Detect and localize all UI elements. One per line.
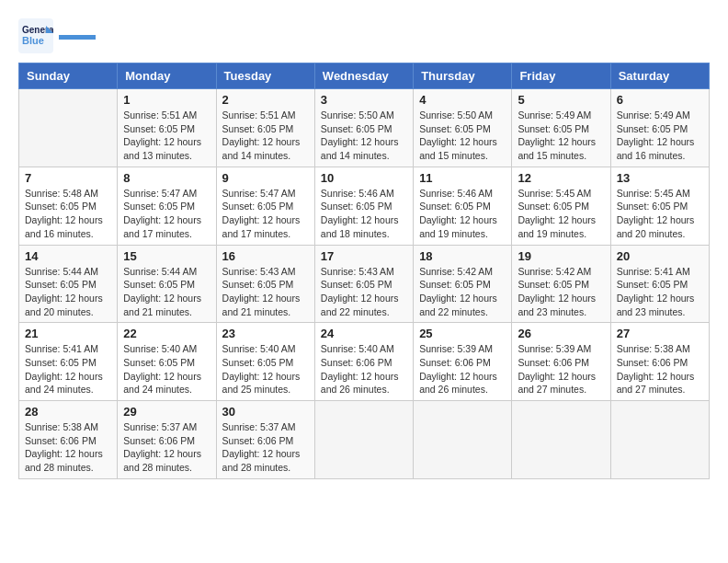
calendar-table: SundayMondayTuesdayWednesdayThursdayFrid… xyxy=(18,63,710,479)
day-number: 16 xyxy=(222,249,309,263)
calendar-header-tuesday: Tuesday xyxy=(216,63,314,89)
calendar-cell xyxy=(414,401,512,479)
day-info: Sunrise: 5:40 AMSunset: 6:06 PMDaylight:… xyxy=(321,342,407,396)
calendar-cell: 1Sunrise: 5:51 AMSunset: 6:05 PMDaylight… xyxy=(118,89,216,167)
day-number: 9 xyxy=(222,171,309,185)
logo-text-block xyxy=(59,33,96,40)
day-number: 3 xyxy=(321,93,407,107)
day-info: Sunrise: 5:49 AMSunset: 6:05 PMDaylight:… xyxy=(518,109,604,163)
logo-blue-bar xyxy=(59,35,96,40)
day-info: Sunrise: 5:41 AMSunset: 6:05 PMDaylight:… xyxy=(25,342,111,396)
day-number: 11 xyxy=(419,171,506,185)
calendar-cell: 11Sunrise: 5:46 AMSunset: 6:05 PMDayligh… xyxy=(414,167,512,245)
calendar-header-row: SundayMondayTuesdayWednesdayThursdayFrid… xyxy=(19,63,710,89)
calendar-week-5: 28Sunrise: 5:38 AMSunset: 6:06 PMDayligh… xyxy=(19,401,710,479)
calendar-cell: 25Sunrise: 5:39 AMSunset: 6:06 PMDayligh… xyxy=(414,323,512,401)
day-info: Sunrise: 5:40 AMSunset: 6:05 PMDaylight:… xyxy=(123,342,210,396)
day-number: 5 xyxy=(518,93,604,107)
calendar-cell: 13Sunrise: 5:45 AMSunset: 6:05 PMDayligh… xyxy=(610,167,709,245)
day-info: Sunrise: 5:37 AMSunset: 6:06 PMDaylight:… xyxy=(123,420,210,475)
day-number: 15 xyxy=(123,249,210,263)
calendar-cell: 8Sunrise: 5:47 AMSunset: 6:05 PMDaylight… xyxy=(118,167,216,245)
calendar-header-sunday: Sunday xyxy=(19,63,118,89)
day-number: 2 xyxy=(222,93,309,107)
calendar-week-3: 14Sunrise: 5:44 AMSunset: 6:05 PMDayligh… xyxy=(19,245,710,323)
day-info: Sunrise: 5:46 AMSunset: 6:05 PMDaylight:… xyxy=(321,187,407,241)
day-info: Sunrise: 5:44 AMSunset: 6:05 PMDaylight:… xyxy=(123,265,210,319)
day-info: Sunrise: 5:47 AMSunset: 6:05 PMDaylight:… xyxy=(123,187,210,241)
day-info: Sunrise: 5:50 AMSunset: 6:05 PMDaylight:… xyxy=(321,109,407,163)
calendar-header-wednesday: Wednesday xyxy=(314,63,413,89)
day-number: 30 xyxy=(222,405,309,419)
day-info: Sunrise: 5:43 AMSunset: 6:05 PMDaylight:… xyxy=(222,265,309,319)
calendar-cell: 4Sunrise: 5:50 AMSunset: 6:05 PMDaylight… xyxy=(414,89,512,167)
calendar-cell: 30Sunrise: 5:37 AMSunset: 6:06 PMDayligh… xyxy=(216,401,314,479)
day-number: 17 xyxy=(321,249,407,263)
calendar-cell: 26Sunrise: 5:39 AMSunset: 6:06 PMDayligh… xyxy=(512,323,610,401)
calendar-week-4: 21Sunrise: 5:41 AMSunset: 6:05 PMDayligh… xyxy=(19,323,710,401)
page-header: General Blue xyxy=(18,18,710,53)
day-number: 19 xyxy=(518,249,604,263)
day-info: Sunrise: 5:37 AMSunset: 6:06 PMDaylight:… xyxy=(222,420,309,475)
day-info: Sunrise: 5:41 AMSunset: 6:05 PMDaylight:… xyxy=(617,265,703,319)
day-info: Sunrise: 5:45 AMSunset: 6:05 PMDaylight:… xyxy=(617,187,703,241)
day-info: Sunrise: 5:47 AMSunset: 6:05 PMDaylight:… xyxy=(222,187,309,241)
day-info: Sunrise: 5:46 AMSunset: 6:05 PMDaylight:… xyxy=(419,187,506,241)
day-number: 6 xyxy=(617,93,703,107)
day-number: 20 xyxy=(617,249,703,263)
day-info: Sunrise: 5:44 AMSunset: 6:05 PMDaylight:… xyxy=(25,265,111,319)
calendar-cell: 12Sunrise: 5:45 AMSunset: 6:05 PMDayligh… xyxy=(512,167,610,245)
day-number: 28 xyxy=(25,405,111,419)
calendar-cell: 15Sunrise: 5:44 AMSunset: 6:05 PMDayligh… xyxy=(118,245,216,323)
day-info: Sunrise: 5:38 AMSunset: 6:06 PMDaylight:… xyxy=(25,420,111,475)
day-info: Sunrise: 5:42 AMSunset: 6:05 PMDaylight:… xyxy=(518,265,604,319)
calendar-cell: 18Sunrise: 5:42 AMSunset: 6:05 PMDayligh… xyxy=(414,245,512,323)
day-number: 10 xyxy=(321,171,407,185)
calendar-cell: 21Sunrise: 5:41 AMSunset: 6:05 PMDayligh… xyxy=(19,323,118,401)
calendar-cell: 28Sunrise: 5:38 AMSunset: 6:06 PMDayligh… xyxy=(19,401,118,479)
day-number: 22 xyxy=(123,327,210,340)
calendar-cell: 20Sunrise: 5:41 AMSunset: 6:05 PMDayligh… xyxy=(610,245,709,323)
day-info: Sunrise: 5:43 AMSunset: 6:05 PMDaylight:… xyxy=(321,265,407,319)
calendar-cell: 3Sunrise: 5:50 AMSunset: 6:05 PMDaylight… xyxy=(314,89,413,167)
day-info: Sunrise: 5:51 AMSunset: 6:05 PMDaylight:… xyxy=(123,109,210,163)
logo-icon: General Blue xyxy=(18,18,53,53)
svg-text:Blue: Blue xyxy=(22,35,44,46)
logo: General Blue xyxy=(18,18,96,53)
day-info: Sunrise: 5:42 AMSunset: 6:05 PMDaylight:… xyxy=(419,265,506,319)
day-info: Sunrise: 5:50 AMSunset: 6:05 PMDaylight:… xyxy=(419,109,506,163)
day-info: Sunrise: 5:39 AMSunset: 6:06 PMDaylight:… xyxy=(419,342,506,396)
calendar-cell xyxy=(314,401,413,479)
day-number: 24 xyxy=(321,327,407,340)
calendar-cell xyxy=(610,401,709,479)
day-number: 25 xyxy=(419,327,506,340)
day-info: Sunrise: 5:49 AMSunset: 6:05 PMDaylight:… xyxy=(617,109,703,163)
day-number: 1 xyxy=(123,93,210,107)
calendar-cell: 27Sunrise: 5:38 AMSunset: 6:06 PMDayligh… xyxy=(610,323,709,401)
calendar-cell: 22Sunrise: 5:40 AMSunset: 6:05 PMDayligh… xyxy=(118,323,216,401)
day-number: 12 xyxy=(518,171,604,185)
calendar-cell: 2Sunrise: 5:51 AMSunset: 6:05 PMDaylight… xyxy=(216,89,314,167)
calendar-header-saturday: Saturday xyxy=(610,63,709,89)
calendar-cell xyxy=(19,89,118,167)
day-number: 23 xyxy=(222,327,309,340)
day-info: Sunrise: 5:38 AMSunset: 6:06 PMDaylight:… xyxy=(617,342,703,396)
day-info: Sunrise: 5:45 AMSunset: 6:05 PMDaylight:… xyxy=(518,187,604,241)
calendar-cell: 7Sunrise: 5:48 AMSunset: 6:05 PMDaylight… xyxy=(19,167,118,245)
calendar-cell: 23Sunrise: 5:40 AMSunset: 6:05 PMDayligh… xyxy=(216,323,314,401)
calendar-header-friday: Friday xyxy=(512,63,610,89)
calendar-cell: 24Sunrise: 5:40 AMSunset: 6:06 PMDayligh… xyxy=(314,323,413,401)
day-number: 18 xyxy=(419,249,506,263)
day-number: 13 xyxy=(617,171,703,185)
calendar-cell: 17Sunrise: 5:43 AMSunset: 6:05 PMDayligh… xyxy=(314,245,413,323)
day-info: Sunrise: 5:39 AMSunset: 6:06 PMDaylight:… xyxy=(518,342,604,396)
day-number: 21 xyxy=(25,327,111,340)
day-number: 27 xyxy=(617,327,703,340)
calendar-cell: 16Sunrise: 5:43 AMSunset: 6:05 PMDayligh… xyxy=(216,245,314,323)
calendar-cell: 9Sunrise: 5:47 AMSunset: 6:05 PMDaylight… xyxy=(216,167,314,245)
day-number: 7 xyxy=(25,171,111,185)
day-info: Sunrise: 5:48 AMSunset: 6:05 PMDaylight:… xyxy=(25,187,111,241)
day-info: Sunrise: 5:40 AMSunset: 6:05 PMDaylight:… xyxy=(222,342,309,396)
calendar-cell xyxy=(512,401,610,479)
calendar-header-monday: Monday xyxy=(118,63,216,89)
